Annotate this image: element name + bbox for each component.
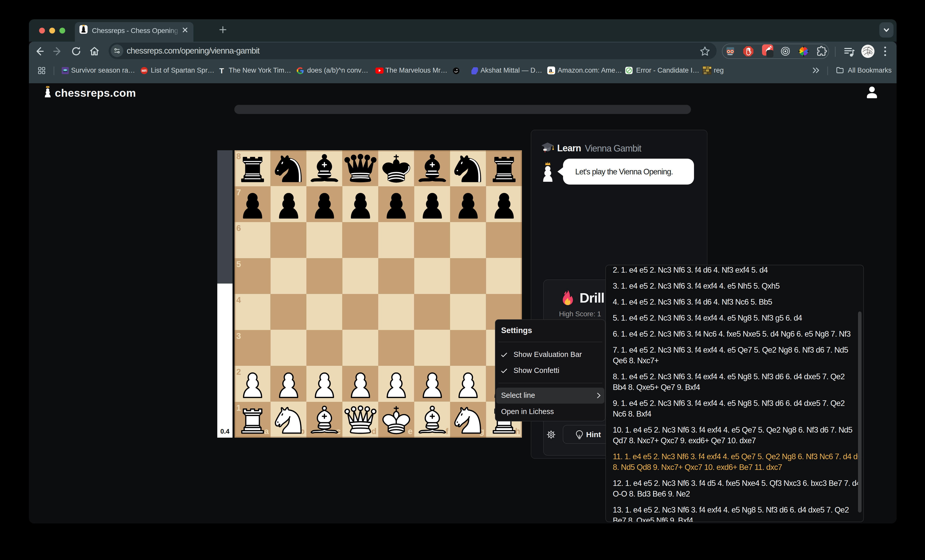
svg-text:T: T <box>219 66 224 75</box>
svg-text:3: 3 <box>868 51 871 54</box>
svg-text:MR: MR <box>142 69 147 72</box>
